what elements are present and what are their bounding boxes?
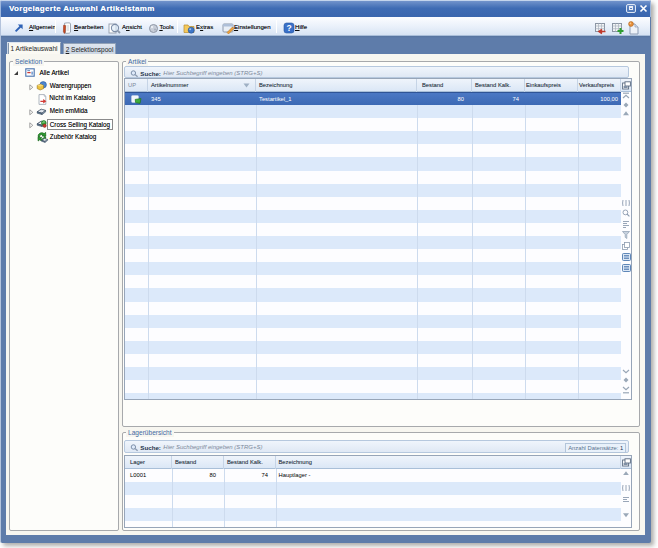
svg-text:?: ? <box>286 23 291 33</box>
